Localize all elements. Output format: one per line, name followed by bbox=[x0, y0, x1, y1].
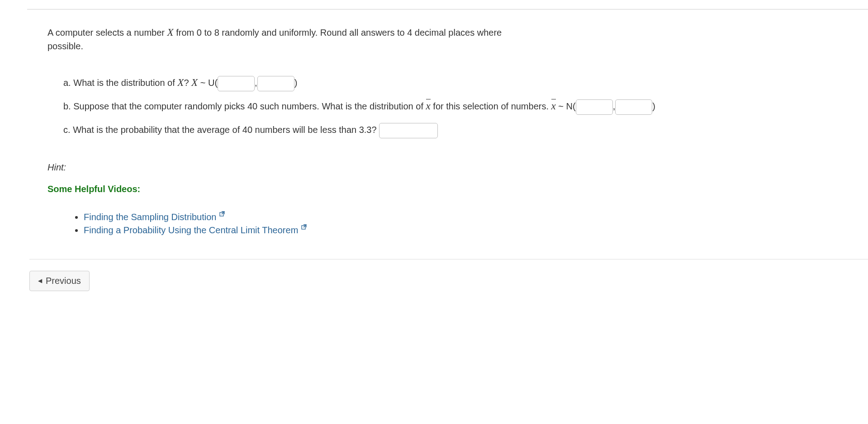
q-c-label: c. bbox=[63, 125, 71, 135]
video-link-text-0: Finding the Sampling Distribution bbox=[84, 212, 217, 222]
video-link-text-1: Finding a Probability Using the Central … bbox=[84, 225, 298, 235]
q-a-tilde-u: ~ U( bbox=[198, 78, 218, 88]
q-b-close: ) bbox=[652, 101, 655, 111]
var-X-a1: X bbox=[177, 77, 184, 88]
bottom-divider bbox=[29, 259, 868, 259]
input-b-sd[interactable] bbox=[615, 99, 652, 115]
video-link-sampling-distribution[interactable]: Finding the Sampling Distribution bbox=[84, 212, 225, 222]
question-list: a. What is the distribution of X? X ~ U(… bbox=[47, 73, 850, 140]
q-a-text1: What is the distribution of bbox=[73, 78, 177, 88]
q-c-text1: What is the probability that the average… bbox=[73, 125, 379, 135]
q-b-label: b. bbox=[63, 101, 71, 111]
var-xbar-b1: x bbox=[426, 98, 431, 114]
question-intro: A computer selects a number X from 0 to … bbox=[47, 25, 509, 52]
previous-button[interactable]: ◀ Previous bbox=[29, 271, 90, 291]
q-b-text1: Suppose that the computer randomly picks… bbox=[73, 101, 426, 111]
q-a-text2: ? bbox=[184, 78, 191, 88]
q-b-tilde-n: ~ N( bbox=[556, 101, 576, 111]
previous-label: Previous bbox=[46, 276, 81, 286]
video-link-clt[interactable]: Finding a Probability Using the Central … bbox=[84, 225, 307, 235]
var-X: X bbox=[167, 27, 174, 38]
question-c: c. What is the probability that the aver… bbox=[63, 120, 850, 140]
intro-text-1: A computer selects a number bbox=[47, 28, 167, 38]
question-a: a. What is the distribution of X? X ~ U(… bbox=[63, 73, 850, 93]
videos-header: Some Helpful Videos: bbox=[47, 184, 850, 194]
external-link-icon bbox=[219, 210, 225, 219]
var-xbar-b2: x bbox=[551, 98, 556, 114]
q-a-close: ) bbox=[294, 78, 298, 88]
input-b-mean[interactable] bbox=[576, 99, 613, 115]
q-a-label: a. bbox=[63, 78, 71, 88]
question-b: b. Suppose that the computer randomly pi… bbox=[63, 96, 850, 116]
input-c-probability[interactable] bbox=[379, 123, 438, 138]
external-link-icon bbox=[301, 223, 307, 232]
q-b-text2: for this selection of numbers. bbox=[431, 101, 551, 111]
var-X-a2: X bbox=[191, 77, 198, 88]
triangle-left-icon: ◀ bbox=[38, 278, 42, 284]
input-a-upper[interactable] bbox=[257, 76, 294, 91]
hint-label: Hint: bbox=[47, 162, 850, 173]
list-item: Finding a Probability Using the Central … bbox=[84, 223, 850, 236]
input-a-lower[interactable] bbox=[218, 76, 255, 91]
nav-row: ◀ Previous bbox=[0, 271, 868, 291]
list-item: Finding the Sampling Distribution bbox=[84, 210, 850, 223]
video-list: Finding the Sampling Distribution Findin… bbox=[47, 210, 850, 236]
top-divider bbox=[27, 9, 868, 9]
question-content: A computer selects a number X from 0 to … bbox=[0, 25, 868, 236]
q-a-comma: , bbox=[255, 78, 257, 88]
